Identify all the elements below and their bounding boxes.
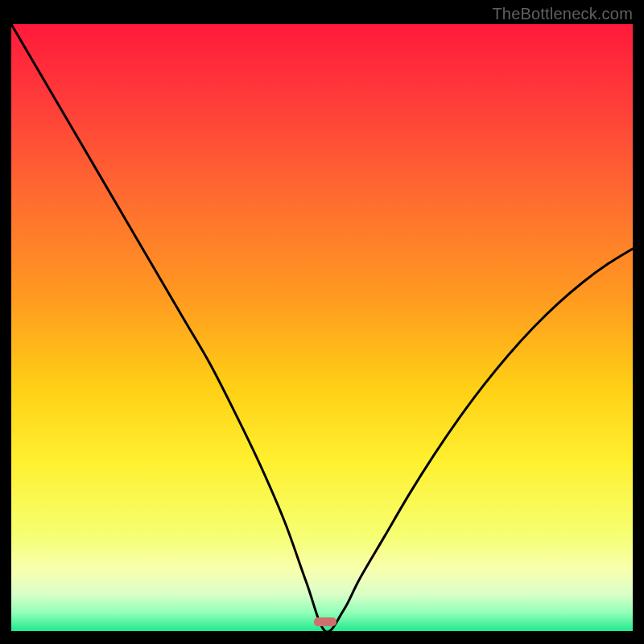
gradient-background — [11, 24, 633, 631]
bottleneck-chart — [11, 24, 633, 631]
bottom-black-strip — [11, 631, 633, 644]
watermark-text: TheBottleneck.com — [492, 5, 633, 23]
chart-frame — [11, 24, 633, 644]
optimal-point-marker — [314, 617, 336, 626]
